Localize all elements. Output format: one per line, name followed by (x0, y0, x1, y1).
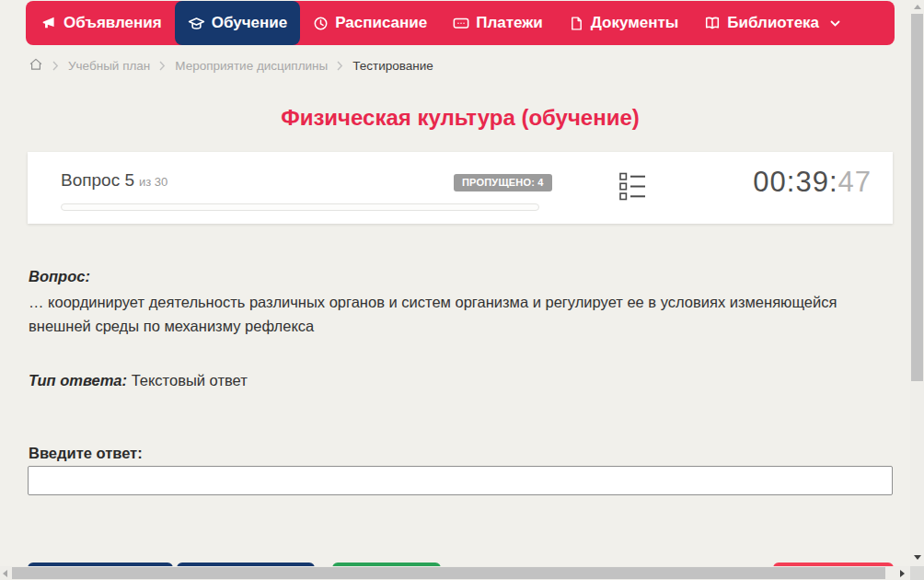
timer: 00:39:47 (753, 166, 872, 199)
nav-item-payments[interactable]: Платежи (440, 1, 556, 45)
nav-item-documents[interactable]: Документы (556, 1, 692, 45)
nav-item-label: Обучение (212, 14, 287, 32)
skipped-badge: ПРОПУЩЕНО: 4 (454, 174, 552, 191)
timer-seconds: 47 (838, 166, 872, 198)
nav-item-schedule[interactable]: Расписание (300, 1, 440, 45)
nav-item-library[interactable]: Библиотека (691, 1, 853, 45)
breadcrumb-item-discipline-event[interactable]: Мероприятие дисциплины (175, 59, 328, 73)
home-icon[interactable] (29, 57, 43, 75)
breadcrumb-item-testing: Тестирование (352, 59, 433, 73)
nav-item-learning[interactable]: Обучение (175, 1, 300, 45)
nav-item-label: Расписание (335, 14, 427, 32)
breadcrumb-separator-icon (159, 61, 166, 71)
progress-bar (61, 203, 539, 211)
answer-input-label: Введите ответ: (29, 445, 143, 462)
vertical-scrollbar[interactable] (910, 0, 924, 566)
scrollbar-corner (910, 566, 924, 580)
horizontal-scrollbar[interactable] (0, 566, 910, 580)
scroll-right-arrow-icon[interactable] (900, 570, 905, 577)
graduation-cap-icon (188, 15, 205, 32)
question-total: из 30 (139, 175, 167, 189)
nav-item-label: Платежи (476, 14, 543, 32)
breadcrumb: Учебный план Мероприятие дисциплины Тест… (29, 57, 433, 75)
scroll-left-arrow-icon[interactable] (3, 570, 7, 577)
book-icon (704, 15, 721, 31)
answer-type-value: Текстовый ответ (132, 372, 248, 389)
payment-card-icon (453, 15, 469, 31)
test-page: Объявления Обучение Расписание Платежи Д… (0, 0, 924, 580)
answer-type-label: Тип ответа: (29, 372, 127, 389)
main-navbar: Объявления Обучение Расписание Платежи Д… (26, 1, 895, 45)
question-panel: Вопрос 5из 30 ПРОПУЩЕНО: 4 00:39:47 (28, 152, 893, 224)
scroll-up-arrow-icon[interactable] (914, 5, 921, 9)
answer-input[interactable] (28, 466, 893, 495)
breadcrumb-separator-icon (52, 61, 59, 71)
horizontal-scrollbar-thumb[interactable] (12, 567, 885, 579)
document-icon (569, 16, 584, 31)
chevron-down-icon (830, 20, 840, 27)
timer-minutes: 00:39: (753, 166, 837, 198)
clock-icon (313, 16, 329, 31)
nav-item-label: Библиотека (727, 14, 819, 32)
vertical-scrollbar-thumb[interactable] (911, 14, 923, 381)
question-counter: Вопрос 5из 30 (61, 170, 167, 191)
answer-type: Тип ответа: Текстовый ответ (29, 372, 248, 389)
nav-item-label: Документы (591, 14, 679, 32)
nav-item-announcements[interactable]: Объявления (29, 1, 175, 45)
question-text: … координирует деятельность различных ор… (29, 290, 890, 338)
breadcrumb-item-curriculum[interactable]: Учебный план (68, 59, 150, 73)
question-list-icon[interactable] (619, 172, 646, 204)
megaphone-icon (41, 16, 57, 31)
page-title: Физическая культура (обучение) (28, 105, 893, 131)
breadcrumb-separator-icon (337, 61, 343, 71)
nav-item-label: Объявления (64, 14, 162, 32)
scroll-down-arrow-icon[interactable] (914, 555, 921, 560)
question-label: Вопрос: (29, 268, 90, 285)
question-number: Вопрос 5 (61, 170, 134, 190)
